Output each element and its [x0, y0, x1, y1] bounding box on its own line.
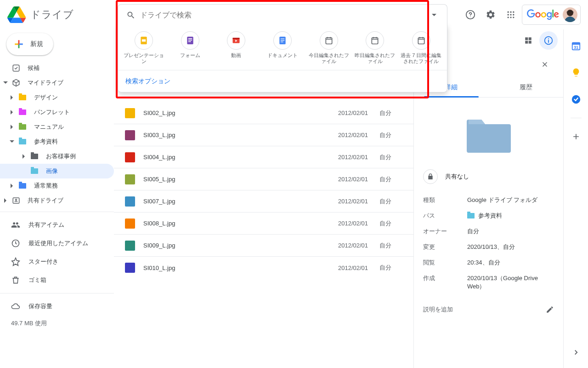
help-button[interactable]: [461, 6, 480, 24]
file-thumb: [125, 196, 135, 207]
file-name: SI009_L.jpg: [143, 242, 338, 249]
search-chip[interactable]: 過去 7 日間に編集されたファイル: [398, 31, 444, 65]
tree-folder[interactable]: お客様事例: [0, 149, 114, 164]
file-row[interactable]: SI002_L.jpg2012/02/01自分: [114, 102, 413, 124]
nav-candidates[interactable]: 候補: [0, 61, 114, 75]
drive-logo-icon: [7, 6, 26, 24]
svg-rect-4: [188, 40, 192, 40]
new-button[interactable]: 新規: [6, 33, 53, 55]
search-icon-button[interactable]: [122, 6, 140, 24]
svg-rect-12: [326, 38, 332, 44]
nav-storage[interactable]: 保存容量: [0, 297, 114, 316]
search-chip[interactable]: フォーム: [167, 31, 214, 65]
tree-folder[interactable]: マニュアル: [0, 120, 114, 134]
file-row[interactable]: SI004_L.jpg2012/02/01自分: [114, 146, 413, 168]
search-box[interactable]: [118, 4, 447, 25]
file-row[interactable]: SI007_L.jpg2012/02/01自分: [114, 190, 413, 213]
apps-icon: [506, 10, 515, 19]
svg-rect-9: [281, 39, 284, 39]
lock-icon: [427, 173, 434, 180]
edit-icon[interactable]: [546, 305, 554, 314]
settings-button[interactable]: [481, 6, 500, 24]
search-chip[interactable]: 動画: [213, 31, 260, 65]
google-logo-icon: [527, 9, 559, 20]
svg-rect-32: [572, 43, 580, 45]
file-owner: 自分: [379, 197, 402, 206]
search-chip[interactable]: 昨日編集されたファイル: [352, 31, 398, 65]
star-icon: [11, 257, 20, 266]
app-title: ドライブ: [30, 8, 74, 22]
share-status-row: 共有なし: [414, 169, 563, 192]
file-thumb: [125, 263, 135, 273]
svg-rect-26: [13, 65, 19, 71]
caret-down-icon: [432, 14, 436, 16]
grid-icon: [524, 36, 532, 45]
calendar-app[interactable]: 31: [568, 38, 584, 54]
chip-icon: [273, 31, 292, 50]
file-row[interactable]: SI003_L.jpg2012/02/01自分: [114, 124, 413, 146]
svg-point-20: [508, 14, 509, 15]
file-row[interactable]: SI005_L.jpg2012/02/01自分: [114, 168, 413, 190]
tasks-app[interactable]: [568, 91, 584, 108]
apps-button[interactable]: [502, 6, 520, 24]
layout-button[interactable]: [519, 31, 537, 50]
file-thumb: [125, 174, 135, 184]
path-link[interactable]: 参考資料: [467, 212, 554, 220]
file-owner: 自分: [379, 131, 402, 139]
chip-label: 動画: [230, 52, 242, 65]
search-chip[interactable]: 今日編集されたファイル: [305, 31, 352, 65]
file-thumb: [125, 241, 135, 251]
chip-label: プレゼンテーション: [121, 52, 167, 65]
nav-shared[interactable]: 共有アイテム: [0, 216, 114, 234]
folder-preview: [414, 98, 563, 169]
chip-icon: [320, 31, 338, 50]
svg-rect-1: [142, 40, 146, 42]
account-chip[interactable]: [522, 5, 581, 25]
svg-rect-10: [281, 40, 284, 40]
keep-app[interactable]: [568, 64, 584, 81]
tree-folder[interactable]: パンフレット: [0, 105, 114, 120]
close-details-button[interactable]: [536, 55, 554, 74]
nav-recent[interactable]: 最近使用したアイテム: [0, 234, 114, 253]
svg-point-16: [470, 17, 470, 17]
search-dropdown-button[interactable]: [425, 6, 443, 24]
file-date: 2012/02/01: [338, 198, 379, 205]
file-thumb: [125, 108, 135, 118]
avatar: [563, 7, 577, 22]
nav-trash[interactable]: ゴミ箱: [0, 271, 114, 289]
search-chip[interactable]: ドキュメント: [260, 31, 306, 65]
file-row[interactable]: SI010_L.jpg2012/02/01自分: [114, 257, 413, 279]
file-name: SI010_L.jpg: [143, 264, 338, 271]
nav-starred[interactable]: スター付き: [0, 253, 114, 271]
chip-icon: [181, 31, 199, 50]
search-input[interactable]: [140, 11, 425, 19]
add-app[interactable]: [568, 128, 584, 145]
plus-icon: [571, 132, 581, 141]
file-name: SI008_L.jpg: [143, 220, 338, 227]
tree-folder[interactable]: 通常業務: [0, 178, 114, 193]
tree-folder[interactable]: 画像: [0, 164, 114, 178]
info-button[interactable]: [539, 31, 558, 50]
search-chip[interactable]: プレゼンテーション: [121, 31, 167, 65]
nav-shared-drives[interactable]: 共有ドライブ: [0, 193, 114, 208]
tree-folder[interactable]: 参考資料: [0, 134, 114, 149]
logo-area[interactable]: ドライブ: [4, 6, 118, 24]
chip-label: 今日編集されたファイル: [305, 52, 352, 65]
file-row[interactable]: SI008_L.jpg2012/02/01自分: [114, 213, 413, 235]
description-placeholder: 説明を追加: [423, 305, 453, 314]
tree-folder[interactable]: デザイン: [0, 90, 114, 105]
cloud-icon: [11, 302, 20, 311]
file-row[interactable]: SI009_L.jpg2012/02/01自分: [114, 235, 413, 257]
file-date: 2012/02/01: [338, 242, 379, 249]
file-name: SI003_L.jpg: [143, 132, 338, 138]
share-status-text: 共有なし: [445, 172, 469, 181]
svg-point-28: [16, 199, 17, 201]
collapse-rail[interactable]: [568, 344, 584, 361]
search-options-link[interactable]: 検索オプション: [125, 77, 170, 85]
svg-text:31: 31: [573, 45, 578, 50]
tab-history[interactable]: 履歴: [489, 77, 564, 97]
trash-icon: [11, 276, 20, 285]
chip-icon: [135, 31, 153, 50]
svg-point-25: [513, 17, 514, 18]
nav-my-drive[interactable]: マイドライブ: [0, 75, 114, 90]
